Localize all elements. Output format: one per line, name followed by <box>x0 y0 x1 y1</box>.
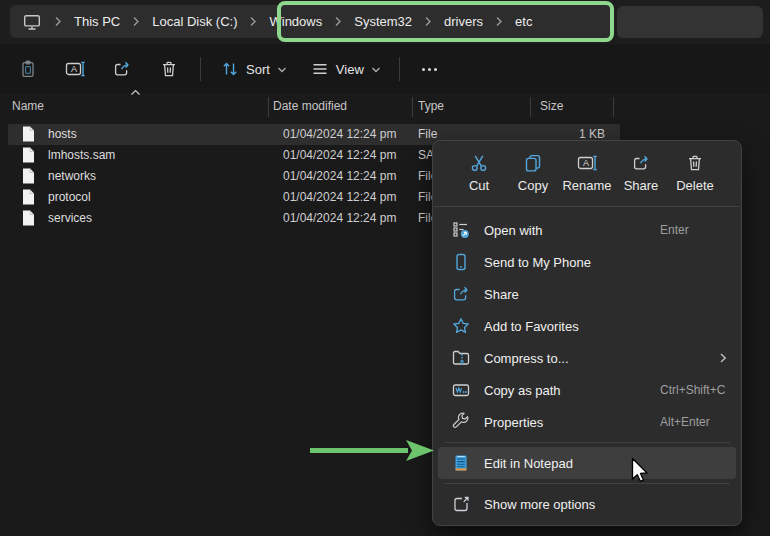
sort-button[interactable]: Sort <box>213 52 295 86</box>
sort-ascending-caret-icon <box>130 89 141 96</box>
share-icon <box>631 153 651 173</box>
wrench-icon <box>451 412 471 432</box>
column-divider[interactable] <box>412 97 413 117</box>
file-icon <box>22 126 35 142</box>
share-button[interactable]: Share <box>615 151 667 195</box>
share-button[interactable] <box>104 52 140 86</box>
chevron-down-icon <box>277 65 287 74</box>
menu-item-share[interactable]: Share <box>438 278 736 310</box>
phone-icon <box>451 252 471 272</box>
notepad-icon <box>451 453 471 473</box>
chevron-down-icon <box>371 65 381 74</box>
column-divider[interactable] <box>613 97 614 117</box>
more-options-button[interactable] <box>412 52 448 86</box>
sort-icon <box>221 60 239 78</box>
file-icon <box>22 168 35 184</box>
column-header-type[interactable]: Type <box>418 99 444 113</box>
rename-icon: A <box>64 59 86 79</box>
copy-icon <box>523 153 543 173</box>
rename-label: Rename <box>562 178 611 193</box>
copy-as-path-icon <box>451 380 471 400</box>
svg-text:A: A <box>71 64 77 74</box>
menu-item-edit-in-notepad[interactable]: Edit in Notepad <box>438 447 736 479</box>
column-header-size[interactable]: Size <box>540 99 563 113</box>
file-icon <box>22 189 35 205</box>
file-name: lmhosts.sam <box>48 145 115 166</box>
annotation-arrow <box>308 439 436 463</box>
show-more-options-icon <box>451 494 471 514</box>
view-label: View <box>336 62 364 77</box>
menu-item-shortcut: Alt+Enter <box>660 415 710 429</box>
trash-icon <box>685 153 705 173</box>
menu-item-properties[interactable]: Properties Alt+Enter <box>438 406 736 438</box>
menu-item-label: Add to Favorites <box>484 319 660 334</box>
menu-item-label: Compress to... <box>484 351 660 366</box>
breadcrumb-item-etc[interactable]: etc <box>515 14 532 29</box>
breadcrumb-item-local-disk-c[interactable]: Local Disk (C:) <box>152 14 237 29</box>
column-divider[interactable] <box>268 97 269 117</box>
breadcrumb-item-system32[interactable]: System32 <box>354 14 412 29</box>
svg-text:A: A <box>583 158 589 168</box>
trash-icon <box>159 59 179 79</box>
rename-button[interactable]: A <box>57 52 93 86</box>
column-headers: Name Date modified Type Size <box>0 96 630 120</box>
paste-icon <box>18 59 38 79</box>
submenu-chevron-icon <box>719 352 727 364</box>
toolbar: A Sort <box>0 44 770 94</box>
file-icon <box>22 147 35 163</box>
chevron-right-icon <box>54 16 62 27</box>
view-button[interactable]: View <box>303 52 389 86</box>
menu-item-compress-to[interactable]: Compress to... <box>438 342 736 374</box>
menu-item-show-more-options[interactable]: Show more options <box>438 488 736 520</box>
search-box[interactable] <box>617 6 763 38</box>
toolbar-separator <box>200 57 201 81</box>
menu-item-open-with[interactable]: Open with Enter <box>438 214 736 246</box>
menu-item-label: Open with <box>484 223 660 238</box>
column-header-date-modified[interactable]: Date modified <box>273 99 347 113</box>
menu-separator <box>444 483 730 484</box>
file-icon <box>22 210 35 226</box>
file-name: networks <box>48 166 96 187</box>
menu-item-label: Share <box>484 287 660 302</box>
file-name: protocol <box>48 187 91 208</box>
rename-button[interactable]: A Rename <box>561 151 613 195</box>
chevron-right-icon <box>424 16 432 27</box>
menu-item-add-to-favorites[interactable]: Add to Favorites <box>438 310 736 342</box>
open-with-icon <box>451 220 471 240</box>
file-explorer-window: This PC Local Disk (C:) Windows System32… <box>0 0 770 536</box>
share-icon <box>451 284 471 304</box>
breadcrumb-item-this-pc[interactable]: This PC <box>74 14 120 29</box>
chevron-right-icon <box>495 16 503 27</box>
file-date: 01/04/2024 12:24 pm <box>283 208 396 229</box>
menu-item-shortcut: Ctrl+Shift+C <box>660 383 725 397</box>
delete-label: Delete <box>676 178 714 193</box>
file-name: services <box>48 208 92 229</box>
toolbar-separator <box>399 57 400 81</box>
cut-icon <box>469 153 489 173</box>
menu-item-shortcut: Enter <box>660 223 689 237</box>
column-header-name[interactable]: Name <box>12 99 44 113</box>
file-name: hosts <box>48 124 77 145</box>
cut-button[interactable]: Cut <box>453 151 505 195</box>
menu-item-copy-as-path[interactable]: Copy as path Ctrl+Shift+C <box>438 374 736 406</box>
copy-button[interactable]: Copy <box>507 151 559 195</box>
computer-monitor-icon[interactable] <box>22 12 42 32</box>
copy-label: Copy <box>518 178 548 193</box>
quick-actions-row: Cut Copy A Rename Share <box>433 141 741 202</box>
breadcrumb-item-drivers[interactable]: drivers <box>444 14 483 29</box>
chevron-right-icon <box>249 16 257 27</box>
file-date: 01/04/2024 12:24 pm <box>283 124 396 145</box>
menu-separator <box>444 442 730 443</box>
menu-separator <box>434 206 740 207</box>
column-divider[interactable] <box>530 97 531 117</box>
delete-button[interactable] <box>151 52 187 86</box>
menu-item-label: Copy as path <box>484 383 660 398</box>
star-icon <box>451 316 471 336</box>
menu-item-send-to-my-phone[interactable]: Send to My Phone <box>438 246 736 278</box>
menu-item-label: Show more options <box>484 497 660 512</box>
paste-button[interactable] <box>10 52 46 86</box>
menu-item-label: Properties <box>484 415 660 430</box>
delete-button[interactable]: Delete <box>669 151 721 195</box>
breadcrumb-item-windows[interactable]: Windows <box>269 14 322 29</box>
share-icon <box>112 59 132 79</box>
